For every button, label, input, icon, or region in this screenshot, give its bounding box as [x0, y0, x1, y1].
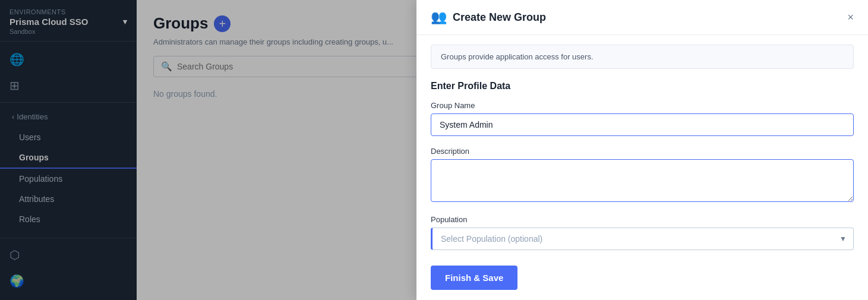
modal-overlay: 👥 Create New Group × Groups provide appl… — [0, 0, 868, 300]
description-field: Description — [431, 147, 854, 204]
description-label: Description — [431, 147, 854, 156]
group-name-input[interactable] — [431, 113, 854, 136]
modal-info-box: Groups provide application access for us… — [431, 45, 854, 69]
finish-save-button[interactable]: Finish & Save — [431, 266, 517, 290]
population-select-wrapper: Select Population (optional) ▼ — [431, 228, 854, 250]
group-icon: 👥 — [431, 10, 447, 25]
profile-section-title: Enter Profile Data — [431, 81, 854, 91]
modal-header: 👥 Create New Group × — [416, 0, 868, 35]
population-label: Population — [431, 215, 854, 224]
group-name-field: Group Name — [431, 101, 854, 136]
group-name-label: Group Name — [431, 101, 854, 110]
population-select[interactable]: Select Population (optional) — [431, 228, 854, 250]
modal-title-row: 👥 Create New Group — [431, 10, 546, 25]
description-textarea[interactable] — [431, 159, 854, 202]
modal-title: Create New Group — [453, 11, 546, 24]
modal-body: Groups provide application access for us… — [416, 35, 868, 299]
modal-close-button[interactable]: × — [847, 12, 854, 23]
create-group-modal: 👥 Create New Group × Groups provide appl… — [416, 0, 868, 300]
population-field: Population Select Population (optional) … — [431, 215, 854, 250]
